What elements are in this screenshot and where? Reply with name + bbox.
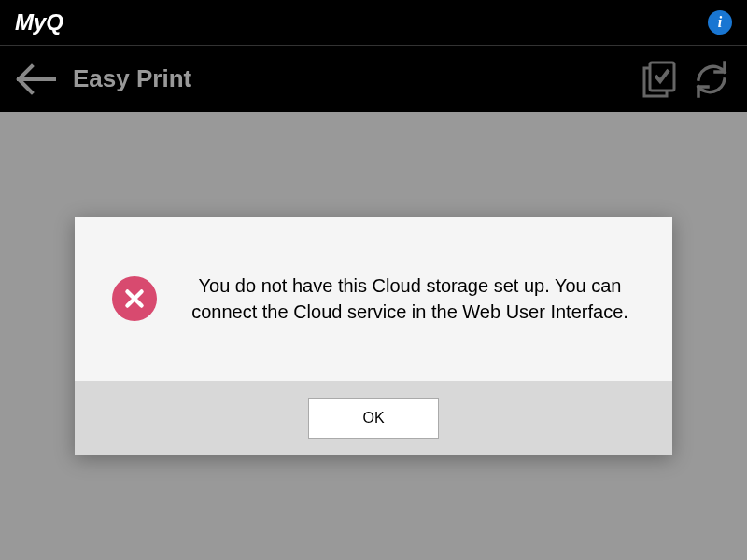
back-button[interactable]	[9, 53, 62, 105]
error-icon	[112, 276, 157, 321]
dialog-footer: OK	[75, 381, 672, 455]
error-x-icon	[122, 287, 147, 311]
content-area: You do not have this Cloud storage set u…	[0, 112, 747, 560]
refresh-button[interactable]	[685, 53, 738, 105]
refresh-icon	[691, 59, 732, 100]
back-arrow-icon	[15, 63, 56, 96]
dialog-message: You do not have this Cloud storage set u…	[185, 273, 635, 325]
top-bar: MyQ i	[0, 0, 747, 45]
nav-title: Easy Print	[73, 64, 191, 93]
ok-button[interactable]: OK	[308, 398, 439, 439]
select-all-button[interactable]	[633, 53, 685, 105]
error-dialog: You do not have this Cloud storage set u…	[75, 217, 672, 455]
info-icon[interactable]: i	[708, 10, 732, 35]
select-all-icon	[639, 59, 680, 100]
app-title: MyQ	[15, 9, 63, 35]
dialog-body: You do not have this Cloud storage set u…	[75, 217, 672, 381]
nav-bar: Easy Print	[0, 45, 747, 112]
